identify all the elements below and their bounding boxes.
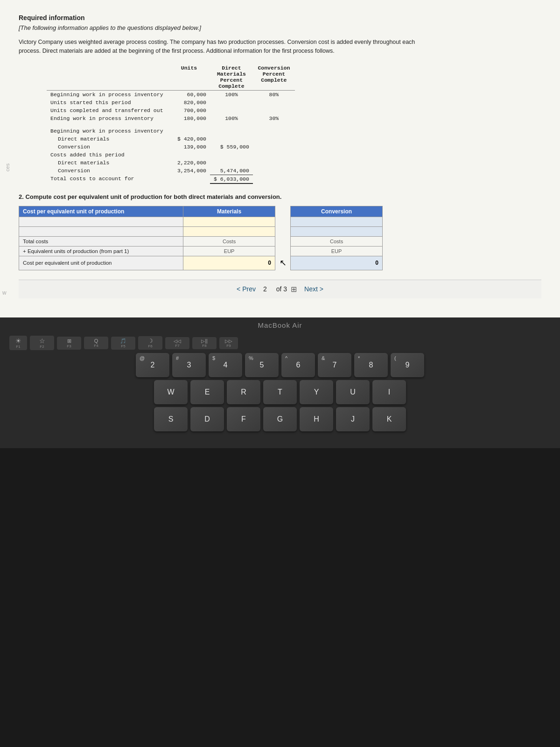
total-costs-row: Total costs Costs Costs — [19, 236, 383, 246]
col-conv-header: ConversionPercentComplete — [253, 64, 295, 91]
table-row: Direct materials $ 420,000 — [47, 135, 295, 143]
conv-beg-total: $ 559,000 — [210, 143, 253, 151]
eup-conversion-label: EUP — [291, 246, 383, 256]
cpu-materials-value[interactable]: 0 — [183, 256, 275, 270]
description-text: Victory Company uses weighted average pr… — [19, 38, 439, 56]
table-row: Beginning work in process inventory 60,0… — [47, 90, 295, 99]
spacer-row — [47, 122, 295, 127]
dm-beg-label: Direct materials — [47, 135, 168, 143]
fn-key-f9[interactable]: ▷▷F9 — [219, 337, 238, 349]
key-w[interactable]: W — [154, 380, 188, 404]
row-units-started-label: Units started this period — [47, 99, 168, 106]
row-beg-wip-conv: 80% — [253, 90, 295, 99]
grid-icon[interactable]: ⊞ — [291, 285, 297, 294]
conversion-header: Conversion — [291, 206, 383, 217]
fn-key-f5[interactable]: 🎵F5 — [111, 337, 135, 350]
prev-button[interactable]: < Prev — [237, 285, 256, 293]
row-ending-wip-dm: 100% — [210, 114, 253, 122]
input-cell[interactable] — [291, 226, 383, 236]
input-cell[interactable] — [183, 226, 275, 236]
key-5[interactable]: %5 — [245, 353, 279, 377]
fn-key-f4[interactable]: QF4 — [84, 337, 108, 349]
row-ending-wip-label: Ending work in process inventory — [47, 114, 168, 122]
cpu-conversion-value[interactable]: 0 — [291, 256, 383, 270]
fn-key-f2[interactable]: ☆F2 — [30, 336, 54, 350]
asdf-row: S D F G H J K — [9, 407, 551, 431]
fn-key-f1[interactable]: ☀F1 — [9, 336, 27, 350]
row-beg-wip-units: 60,000 — [168, 90, 210, 99]
side-label-ces: ces — [5, 163, 10, 171]
key-d[interactable]: D — [190, 407, 224, 431]
page-info: 2 of 3 ⊞ — [263, 285, 297, 294]
table-row: Total costs to account for $ 6,033,000 — [47, 175, 295, 183]
macbook-label: MacBook Air — [0, 317, 560, 331]
materials-header: Materials — [183, 206, 275, 217]
col-dm-header: DirectMaterialsPercentComplete — [210, 64, 253, 91]
input-cell[interactable] — [291, 217, 383, 226]
key-k[interactable]: K — [372, 407, 406, 431]
data-table: Units DirectMaterialsPercentComplete Con… — [47, 64, 295, 184]
side-label-w: w — [2, 289, 7, 296]
key-8[interactable]: *8 — [354, 353, 388, 377]
key-2[interactable]: @2 — [136, 353, 169, 377]
key-r[interactable]: R — [227, 380, 260, 404]
spacer-header — [275, 206, 291, 217]
cpu-table: Cost per equivalent unit of production M… — [19, 206, 383, 270]
key-u[interactable]: U — [336, 380, 370, 404]
conv-added-total: 5,474,000 — [210, 167, 253, 175]
key-i[interactable]: I — [372, 380, 406, 404]
eup-row: + Equivalent units of production (from p… — [19, 246, 383, 256]
row-beg-wip-label: Beginning work in process inventory — [47, 90, 168, 99]
table-row: Beginning work in process inventory — [47, 127, 295, 135]
dm-added-label: Direct materials — [47, 159, 168, 167]
table-row — [19, 217, 383, 226]
key-6[interactable]: ^6 — [281, 353, 315, 377]
qwerty-row: W E R T Y U I — [9, 380, 551, 404]
key-t[interactable]: T — [263, 380, 297, 404]
eup-row-label: + Equivalent units of production (from p… — [19, 246, 183, 256]
conv-added-val: 3,254,000 — [168, 167, 210, 175]
table-row: Ending work in process inventory 180,000… — [47, 114, 295, 122]
costs-added-label: Costs added this period — [47, 151, 168, 159]
nav-bar: < Prev 2 of 3 ⊞ Next > — [19, 280, 541, 298]
input-cell[interactable] — [183, 217, 275, 226]
number-key-row: @2 #3 $4 %5 ^6 &7 *8 (9 — [9, 353, 551, 377]
table-row: Direct materials 2,220,000 — [47, 159, 295, 167]
key-j[interactable]: J — [336, 407, 370, 431]
fn-key-f7[interactable]: ◁◁F7 — [165, 337, 189, 349]
cpu-result-row: Cost per equivalent unit of production 0… — [19, 256, 383, 270]
page-total: of 3 — [276, 285, 287, 293]
conv-added-label: Conversion — [47, 167, 168, 175]
conv-beg-label: Conversion — [47, 143, 168, 151]
fn-key-f3[interactable]: ⊞F3 — [57, 337, 81, 350]
key-f[interactable]: F — [227, 407, 260, 431]
italic-subtitle: [The following information applies to th… — [19, 24, 541, 31]
total-costs-row-label: Total costs — [19, 236, 183, 246]
key-3[interactable]: #3 — [172, 353, 206, 377]
cpu-table-header: Cost per equivalent unit of production — [19, 206, 183, 217]
row-units-completed-label: Units completed and transferred out — [47, 106, 168, 114]
key-y[interactable]: Y — [300, 380, 333, 404]
key-e[interactable]: E — [190, 380, 224, 404]
table-row: Costs added this period — [47, 151, 295, 159]
table-row: Conversion 139,000 $ 559,000 — [47, 143, 295, 151]
fn-key-row: ☀F1 ☆F2 ⊞F3 QF4 🎵F5 ☽F6 ◁◁F7 ▷||F8 ▷▷F9 — [9, 336, 551, 350]
table-row: Conversion 3,254,000 5,474,000 — [47, 167, 295, 175]
dm-added-val: 2,220,000 — [168, 159, 210, 167]
fn-key-f8[interactable]: ▷||F8 — [192, 337, 217, 349]
key-7[interactable]: &7 — [318, 353, 351, 377]
current-page: 2 — [263, 285, 267, 293]
key-s[interactable]: S — [154, 407, 188, 431]
key-g[interactable]: G — [263, 407, 297, 431]
key-9[interactable]: (9 — [391, 353, 424, 377]
next-button[interactable]: Next > — [304, 285, 323, 293]
keyboard: ☀F1 ☆F2 ⊞F3 QF4 🎵F5 ☽F6 ◁◁F7 ▷||F8 ▷▷F9 … — [0, 331, 560, 448]
col-label-header — [47, 64, 168, 91]
fn-key-f6[interactable]: ☽F6 — [138, 336, 162, 350]
col-units-header: Units — [168, 64, 210, 91]
key-h[interactable]: H — [300, 407, 333, 431]
conv-beg-val: 139,000 — [168, 143, 210, 151]
key-4[interactable]: $4 — [209, 353, 242, 377]
data-table-wrapper: Units DirectMaterialsPercentComplete Con… — [47, 64, 541, 184]
costs-conversion-label: Costs — [291, 236, 383, 246]
